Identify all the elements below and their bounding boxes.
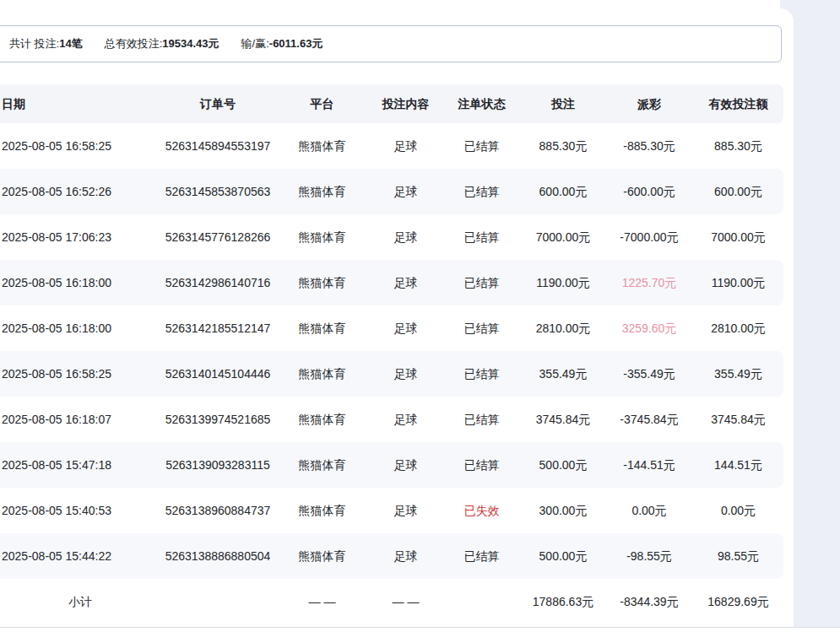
cell-bet-amount: 600.00元 [521, 186, 605, 197]
cell-bet-content: 足球 [369, 277, 442, 289]
cell-bet-amount: 7000.00元 [521, 231, 605, 243]
cell-valid-amount: 600.00元 [693, 186, 783, 197]
cell-date: 2025-08-05 16:52:26 [0, 186, 160, 197]
subtotal-bet-value: 17886.63元 [521, 596, 605, 608]
table-row: 2025-08-05 16:18:00 5263142986140716 熊猫体… [0, 260, 783, 305]
cell-bet-amount: 1190.00元 [521, 277, 605, 289]
cell-valid-amount: 3745.84元 [693, 413, 783, 425]
cell-platform: 熊猫体育 [275, 459, 369, 471]
cell-bet-content: 足球 [369, 231, 442, 243]
summary-valid-bet-value: 19534.43元 [162, 37, 219, 50]
cell-status: 已结算 [442, 277, 521, 289]
cell-status: 已失效 [442, 505, 521, 516]
cell-bet-amount: 2810.00元 [521, 322, 605, 334]
cell-platform: 熊猫体育 [275, 140, 369, 152]
cell-payout: -144.51元 [605, 459, 693, 471]
cell-bet-amount: 300.00元 [521, 505, 605, 516]
table-row: 2025-08-05 15:47:18 5263139093283115 熊猫体… [0, 442, 783, 488]
summary-bar: 共计 投注:14笔 总有效投注:19534.43元 输/赢:-6011.63元 [0, 25, 782, 62]
cell-date: 2025-08-05 16:18:00 [0, 277, 160, 289]
cell-valid-amount: 7000.00元 [693, 231, 783, 243]
header-cell-payout: 派彩 [605, 98, 693, 110]
header-cell-order: 订单号 [160, 98, 275, 110]
cell-valid-amount: 355.49元 [693, 368, 783, 380]
cell-bet-amount: 355.49元 [521, 368, 605, 380]
summary-total-bets-value: 14笔 [59, 37, 82, 50]
table-row: 2025-08-05 15:44:22 5263138886880504 熊猫体… [0, 533, 783, 579]
cell-status: 已结算 [442, 231, 521, 243]
cell-bet-content: 足球 [369, 459, 442, 471]
cell-status: 已结算 [442, 140, 521, 152]
summary-total-bets: 共计 投注:14笔 [9, 36, 83, 51]
header-cell-bet: 投注 [521, 98, 605, 110]
cell-date: 2025-08-05 16:58:25 [0, 368, 160, 380]
cell-payout: -355.49元 [605, 368, 693, 380]
cell-valid-amount: 98.55元 [693, 550, 783, 562]
subtotal-payout-value: -8344.39元 [605, 596, 693, 608]
cell-payout: -7000.00元 [605, 231, 693, 243]
cell-payout: -600.00元 [605, 186, 693, 197]
summary-total-bets-label: 共计 投注: [9, 37, 59, 50]
table-header: 日期 订单号 平台 投注内容 注单状态 投注 派彩 有效投注额 [0, 84, 783, 123]
cell-payout: -885.30元 [605, 140, 693, 152]
cell-order-number: 5263139974521685 [160, 413, 275, 425]
header-cell-valid: 有效投注额 [693, 98, 783, 110]
table-row: 2025-08-05 16:18:07 5263139974521685 熊猫体… [0, 397, 783, 442]
cell-bet-amount: 500.00元 [521, 550, 605, 562]
bet-history-table: 日期 订单号 平台 投注内容 注单状态 投注 派彩 有效投注额 2025-08-… [0, 84, 783, 624]
cell-platform: 熊猫体育 [275, 322, 369, 334]
cell-order-number: 5263142185512147 [160, 322, 275, 334]
cell-order-number: 5263145776128266 [160, 231, 275, 243]
cell-platform: 熊猫体育 [275, 413, 369, 425]
subtotal-label: 小计 [0, 596, 160, 608]
bet-history-card: 共计 投注:14笔 总有效投注:19534.43元 输/赢:-6011.63元 … [0, 8, 794, 632]
cell-bet-content: 足球 [369, 413, 442, 425]
cell-order-number: 5263140145104446 [160, 368, 275, 380]
header-cell-status: 注单状态 [442, 98, 521, 110]
cell-status: 已结算 [442, 368, 521, 380]
cell-platform: 熊猫体育 [275, 277, 369, 289]
header-cell-platform: 平台 [275, 98, 369, 110]
cell-valid-amount: 0.00元 [693, 505, 783, 516]
cell-payout: 0.00元 [605, 505, 693, 516]
cell-platform: 熊猫体育 [275, 186, 369, 197]
cell-bet-content: 足球 [369, 505, 442, 516]
cell-status: 已结算 [442, 459, 521, 471]
cell-date: 2025-08-05 17:06:23 [0, 231, 160, 243]
cell-date: 2025-08-05 15:40:53 [0, 505, 160, 516]
cell-date: 2025-08-05 15:47:18 [0, 459, 160, 471]
summary-win-loss-value: -6011.63元 [269, 37, 323, 50]
cell-valid-amount: 144.51元 [693, 459, 783, 471]
table-row: 2025-08-05 15:40:53 5263138960884737 熊猫体… [0, 488, 783, 533]
cell-bet-content: 足球 [369, 322, 442, 334]
cell-bet-content: 足球 [369, 140, 442, 152]
cell-date: 2025-08-05 15:44:22 [0, 550, 160, 562]
cell-payout: -98.55元 [605, 550, 693, 562]
cell-date: 2025-08-05 16:58:25 [0, 140, 160, 152]
cell-order-number: 5263138886880504 [160, 550, 275, 562]
cell-order-number: 5263145853870563 [160, 186, 275, 197]
summary-win-loss: 输/赢:-6011.63元 [241, 36, 323, 51]
summary-valid-bet: 总有效投注:19534.43元 [105, 36, 219, 51]
cell-bet-content: 足球 [369, 368, 442, 380]
cell-payout: -3745.84元 [605, 413, 693, 425]
cell-bet-amount: 885.30元 [521, 140, 605, 152]
cell-order-number: 5263138960884737 [160, 505, 275, 516]
subtotal-row: 小计 — — — — 17886.63元 -8344.39元 16829.69元 [0, 579, 783, 624]
cell-platform: 熊猫体育 [275, 231, 369, 243]
subtotal-platform-dash: — — [275, 596, 369, 608]
cell-status: 已结算 [442, 322, 521, 334]
cell-bet-amount: 3745.84元 [521, 413, 605, 425]
cell-order-number: 5263142986140716 [160, 277, 275, 289]
cell-platform: 熊猫体育 [275, 505, 369, 516]
cell-platform: 熊猫体育 [275, 368, 369, 380]
page-bottom-strip [0, 628, 840, 632]
cell-status: 已结算 [442, 550, 521, 562]
table-row: 2025-08-05 16:18:00 5263142185512147 熊猫体… [0, 305, 783, 351]
table-row: 2025-08-05 16:52:26 5263145853870563 熊猫体… [0, 169, 783, 214]
cell-valid-amount: 1190.00元 [693, 277, 783, 289]
cell-payout: 3259.60元 [605, 322, 693, 334]
cell-payout: 1225.70元 [605, 277, 693, 289]
cell-bet-amount: 500.00元 [521, 459, 605, 471]
header-cell-date: 日期 [0, 98, 160, 110]
